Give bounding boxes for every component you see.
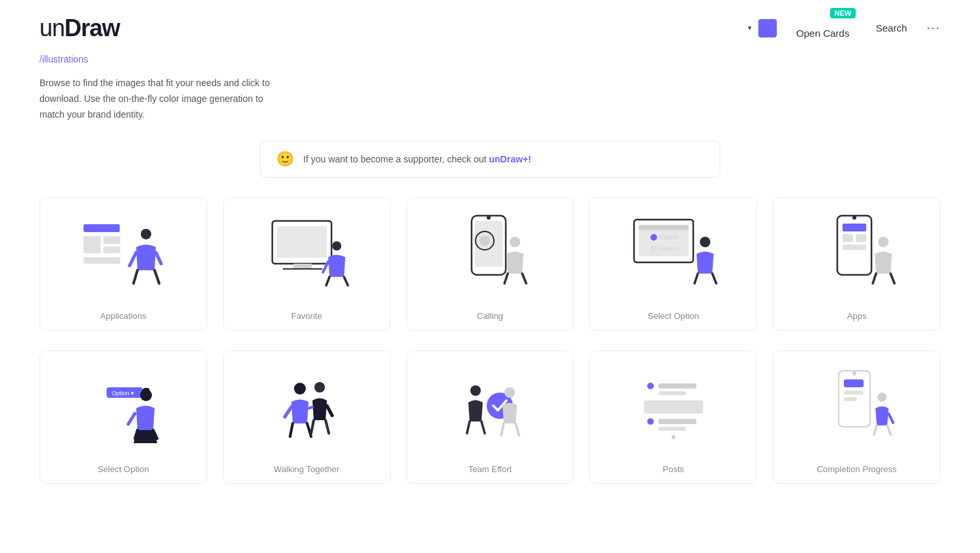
breadcrumb-link[interactable]: /illustrations [39,54,88,64]
svg-rect-2 [103,236,120,244]
illustration-grid-row1: Applications Favorite [0,178,980,350]
svg-rect-7 [277,226,327,258]
supporter-banner: 🙂 If you want to become a supporter, che… [260,141,720,178]
logo-bold: Draw [64,14,120,41]
svg-rect-44 [644,400,703,414]
svg-point-39 [470,385,481,396]
card-applications-image [40,198,207,303]
card-select-option-2-image: Option ▾ [40,351,207,456]
new-badge: NEW [830,8,856,18]
color-swatch[interactable] [758,19,777,37]
card-calling-image [407,198,574,303]
svg-rect-53 [844,391,864,395]
svg-rect-23 [639,225,689,230]
banner-text: If you want to become a supporter, check… [303,154,531,164]
svg-rect-8 [293,264,312,269]
card-posts-image [590,351,756,456]
svg-point-10 [332,241,341,251]
card-select-option-1-label: Select Option [590,303,756,330]
svg-rect-47 [658,427,686,431]
card-team-effort-label: Team Effort [407,456,574,483]
logo-plain: un [39,14,64,41]
chevron-down-icon: ▼ [747,24,753,32]
card-completion-progress-image [773,351,940,456]
svg-point-13 [487,216,491,220]
svg-point-40 [504,387,515,398]
header: unDraw ▼ NEW Open Cards Search ··· [0,0,980,43]
card-completion-progress[interactable]: Completion Progress [773,350,941,484]
svg-point-15 [479,235,490,246]
card-walking-together[interactable]: Walking Together [223,350,391,484]
more-menu-button[interactable]: ··· [927,21,941,35]
card-calling[interactable]: Calling [406,197,574,331]
logo[interactable]: unDraw [39,14,120,42]
card-calling-label: Calling [407,303,574,330]
svg-point-16 [510,237,520,247]
card-select-option-2[interactable]: Option ▾ Select Option [39,350,207,484]
svg-point-21 [650,245,657,252]
svg-point-45 [647,418,654,425]
card-select-option-1-image [590,198,756,303]
card-applications-label: Applications [40,303,207,330]
card-favorite-image [224,198,390,303]
svg-rect-1 [84,236,101,253]
svg-rect-42 [658,383,697,389]
card-completion-progress-label: Completion Progress [773,456,940,483]
svg-point-37 [314,382,325,393]
card-walking-together-image [224,351,390,456]
card-select-option-1[interactable]: Select Option [589,197,757,331]
svg-point-19 [650,234,657,241]
illustration-grid-row2: Option ▾ Select Option [0,350,980,504]
svg-point-5 [141,229,151,239]
card-team-effort[interactable]: Team Effort [406,350,574,484]
card-team-effort-image [407,351,574,456]
card-applications[interactable]: Applications [39,197,207,331]
open-cards-button[interactable]: Open Cards [790,24,856,43]
svg-point-55 [877,393,887,402]
svg-rect-52 [844,379,864,387]
svg-rect-43 [658,391,686,395]
svg-rect-4 [84,257,120,264]
svg-point-27 [852,216,856,220]
svg-rect-28 [843,224,866,231]
svg-rect-30 [856,234,866,242]
svg-point-32 [878,237,889,247]
card-posts-label: Posts [590,456,756,483]
card-apps[interactable]: Apps [773,197,941,331]
svg-point-24 [700,237,710,247]
card-select-option-2-label: Select Option [40,456,207,483]
face-icon: 🙂 [276,151,294,168]
svg-point-36 [294,383,306,395]
svg-point-51 [852,372,856,375]
breadcrumb: /illustrations [0,43,980,65]
svg-rect-22 [659,247,679,251]
card-walking-together-label: Walking Together [224,456,390,483]
svg-rect-0 [84,224,120,232]
card-posts[interactable]: Posts [589,350,757,484]
search-button[interactable]: Search [869,18,914,37]
card-apps-image [773,198,940,303]
svg-rect-29 [843,234,853,242]
header-right: ▼ NEW Open Cards Search ··· [747,13,941,43]
svg-rect-20 [659,235,679,239]
svg-point-41 [647,383,654,389]
svg-rect-54 [844,397,857,401]
svg-point-48 [672,435,675,439]
page-description: Browse to find the images that fit your … [0,65,316,122]
svg-rect-31 [843,245,866,250]
svg-text:Option ▾: Option ▾ [112,390,134,397]
card-favorite-label: Favorite [224,303,390,330]
svg-rect-46 [658,419,697,424]
card-apps-label: Apps [773,303,940,330]
card-favorite[interactable]: Favorite [223,197,391,331]
color-picker[interactable]: ▼ [747,19,777,37]
undraw-plus-link[interactable]: unDraw+! [489,154,531,164]
svg-rect-3 [103,247,120,253]
